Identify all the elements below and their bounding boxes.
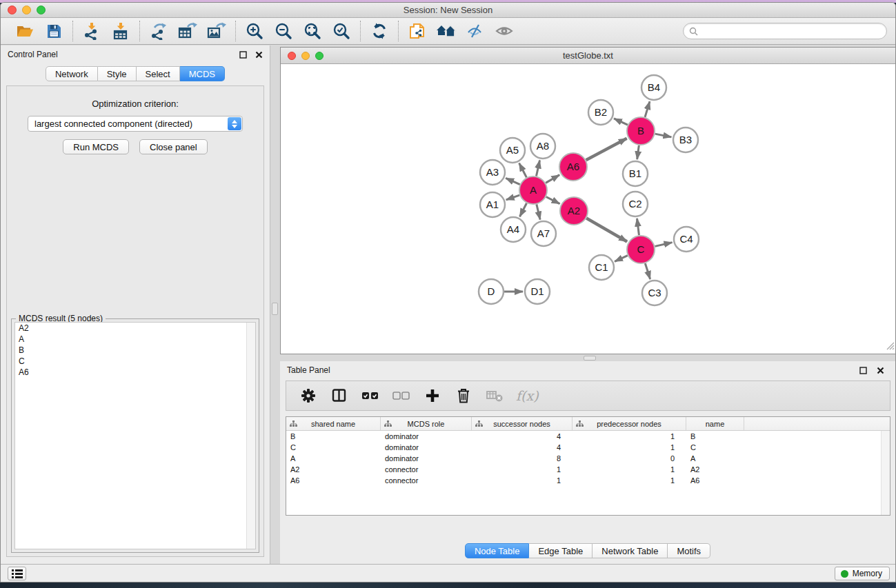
close-panel-button[interactable]: Close panel: [139, 139, 208, 154]
table-cell[interactable]: 4: [472, 443, 573, 452]
zoom-in-icon[interactable]: [244, 21, 265, 41]
graph-edge-A-A5[interactable]: [519, 163, 527, 178]
mcds-result-item[interactable]: B: [15, 345, 255, 356]
table-cell[interactable]: 1: [573, 465, 686, 474]
tab-style[interactable]: Style: [98, 66, 137, 81]
graph-edge-C-C3[interactable]: [645, 263, 650, 279]
node-table[interactable]: shared nameMCDS rolesuccessor nodesprede…: [286, 416, 890, 516]
open-session-icon[interactable]: [14, 21, 35, 41]
graph-node-A2[interactable]: A2: [560, 197, 588, 225]
graph-node-A7[interactable]: A7: [531, 221, 556, 246]
graph-node-A3[interactable]: A3: [480, 160, 505, 185]
panel-splitter-horizontal[interactable]: [280, 354, 896, 361]
table-cell[interactable]: 1: [573, 476, 686, 485]
export-table-icon[interactable]: [177, 21, 198, 41]
graph-edge-C-C1[interactable]: [615, 256, 628, 262]
hide-graphics-details-icon[interactable]: [465, 21, 486, 41]
graph-edge-A2-C[interactable]: [586, 218, 627, 241]
table-cell[interactable]: A2: [686, 465, 744, 474]
table-row[interactable]: A6connector11A6: [286, 475, 890, 486]
graph-edge-A6-B[interactable]: [586, 139, 627, 160]
add-column-plus-icon[interactable]: [423, 386, 442, 405]
nested-network-houses-icon[interactable]: [436, 21, 457, 41]
table-row[interactable]: Adominator80A: [286, 453, 890, 464]
graph-node-B2[interactable]: B2: [588, 100, 613, 125]
graph-node-C[interactable]: C: [627, 236, 655, 263]
graph-edge-B-B4[interactable]: [645, 101, 650, 117]
graph-edge-A-A8[interactable]: [536, 161, 539, 176]
search-input[interactable]: [701, 26, 874, 36]
show-columns-icon[interactable]: [330, 386, 349, 405]
graph-edge-B-B3[interactable]: [655, 134, 672, 137]
close-panel-icon[interactable]: [255, 51, 263, 59]
zoom-window-button[interactable]: [37, 6, 46, 14]
graph-edge-A-A2[interactable]: [546, 197, 560, 204]
table-cell[interactable]: A6: [286, 476, 381, 485]
graph-node-B3[interactable]: B3: [673, 128, 698, 152]
graph-node-A5[interactable]: A5: [500, 138, 525, 163]
column-header-name[interactable]: name: [686, 417, 744, 430]
table-cell[interactable]: 1: [573, 432, 686, 440]
table-cell[interactable]: 1: [472, 465, 573, 474]
panel-splitter-vertical[interactable]: [270, 45, 280, 564]
graph-edge-A-A7[interactable]: [537, 204, 540, 219]
memory-button[interactable]: Memory: [835, 567, 890, 580]
table-row[interactable]: Bdominator41B: [286, 431, 890, 442]
float-panel-icon[interactable]: [239, 51, 247, 59]
optimization-criterion-dropdown[interactable]: largest connected component (directed): [28, 116, 243, 132]
delete-table-icon[interactable]: [485, 386, 504, 405]
tab-motifs[interactable]: Motifs: [668, 543, 710, 558]
table-cell[interactable]: connector: [381, 465, 472, 474]
graph-node-D1[interactable]: D1: [525, 279, 550, 304]
zoom-fit-icon[interactable]: [302, 21, 323, 41]
graph-node-B4[interactable]: B4: [641, 75, 666, 100]
run-mcds-button[interactable]: Run MCDS: [63, 139, 129, 154]
tab-network-table[interactable]: Network Table: [593, 543, 668, 558]
graph-edge-C-C4[interactable]: [655, 243, 672, 247]
graph-edge-C-C2[interactable]: [637, 219, 639, 235]
graph-node-B[interactable]: B: [627, 117, 655, 145]
graph-edge-A-A1[interactable]: [506, 195, 519, 200]
table-cell[interactable]: dominator: [381, 454, 472, 463]
delete-column-trash-icon[interactable]: [454, 386, 473, 405]
graph-node-C4[interactable]: C4: [674, 227, 699, 252]
minimize-window-button[interactable]: [22, 6, 31, 14]
import-network-icon[interactable]: [81, 21, 102, 41]
export-network-icon[interactable]: [148, 21, 169, 41]
mcds-result-item[interactable]: A6: [15, 367, 255, 378]
close-panel-icon[interactable]: [877, 367, 884, 374]
mcds-result-item[interactable]: A2: [15, 323, 255, 334]
search-field[interactable]: [683, 23, 887, 39]
refresh-layout-icon[interactable]: [369, 21, 390, 41]
table-cell[interactable]: C: [686, 443, 744, 452]
graph-node-A6[interactable]: A6: [559, 153, 587, 181]
table-options-gear-icon[interactable]: [299, 386, 318, 405]
clone-network-icon[interactable]: [407, 21, 428, 41]
tab-select[interactable]: Select: [137, 66, 180, 81]
column-header-shared-name[interactable]: shared name: [286, 417, 381, 430]
graph-node-A1[interactable]: A1: [480, 192, 505, 217]
resize-grip-icon[interactable]: [885, 341, 895, 353]
unselect-all-columns-icon[interactable]: [392, 386, 411, 405]
graph-node-A4[interactable]: A4: [501, 217, 526, 242]
splitter-grip-icon[interactable]: [272, 303, 278, 315]
graph-node-C3[interactable]: C3: [642, 281, 667, 305]
graph-edge-A-A4[interactable]: [520, 203, 527, 217]
status-list-button[interactable]: [8, 567, 26, 580]
tab-node-table[interactable]: Node Table: [465, 543, 530, 558]
table-cell[interactable]: C: [286, 443, 381, 452]
export-image-icon[interactable]: [206, 21, 227, 41]
table-row[interactable]: Cdominator41C: [286, 442, 890, 453]
network-minimize-button[interactable]: [301, 52, 310, 60]
zoom-out-icon[interactable]: [273, 21, 294, 41]
function-builder-icon[interactable]: f(x): [516, 388, 539, 403]
tab-mcds[interactable]: MCDS: [180, 66, 225, 81]
column-header-successor-nodes[interactable]: successor nodes: [472, 417, 573, 430]
table-cell[interactable]: A: [286, 454, 381, 463]
table-cell[interactable]: dominator: [381, 443, 472, 452]
save-session-icon[interactable]: [43, 21, 64, 41]
mcds-result-item[interactable]: A: [15, 334, 255, 345]
graph-node-C2[interactable]: C2: [623, 192, 648, 216]
graph-node-A8[interactable]: A8: [530, 134, 555, 159]
table-cell[interactable]: connector: [381, 476, 472, 485]
